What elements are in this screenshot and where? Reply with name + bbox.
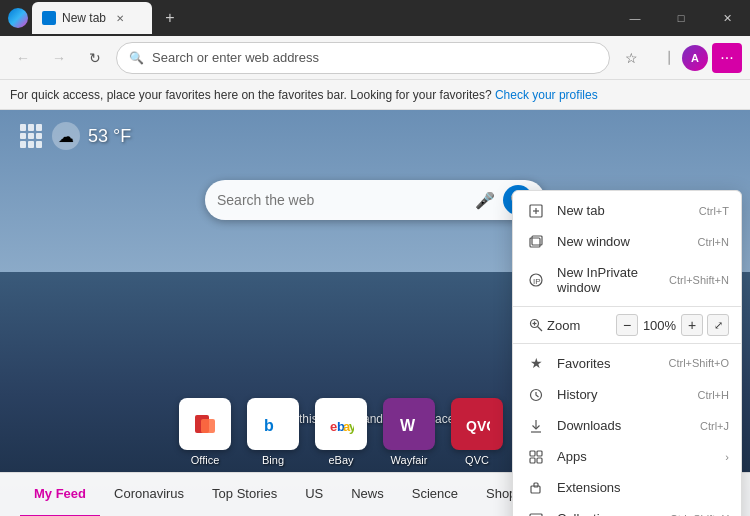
refresh-button[interactable]: ↻ bbox=[80, 43, 110, 73]
wayfair-label: Wayfair bbox=[391, 454, 428, 466]
news-tab-us[interactable]: US bbox=[291, 473, 337, 517]
ebay-label: eBay bbox=[328, 454, 353, 466]
check-profiles-link[interactable]: Check your profiles bbox=[495, 88, 598, 102]
title-bar: New tab ✕ + — □ ✕ bbox=[0, 0, 750, 36]
address-input[interactable]: 🔍 Search or enter web address bbox=[116, 42, 610, 74]
collections-shortcut: Ctrl+Shift+Y bbox=[670, 513, 729, 517]
forward-button[interactable]: → bbox=[44, 43, 74, 73]
svg-rect-24 bbox=[530, 451, 535, 456]
zoom-label: Zoom bbox=[547, 318, 616, 333]
toolbar-icons: ☆ ⎹ A ··· bbox=[616, 43, 742, 73]
new-inprivate-label: New InPrivate window bbox=[557, 265, 661, 295]
zoom-plus-button[interactable]: + bbox=[681, 314, 703, 336]
zoom-icon bbox=[525, 318, 547, 332]
history-label: History bbox=[557, 387, 690, 402]
news-tab-news[interactable]: News bbox=[337, 473, 398, 517]
ebay-icon: e b a y bbox=[315, 398, 367, 450]
tab-close-button[interactable]: ✕ bbox=[112, 10, 128, 26]
menu-item-history[interactable]: History Ctrl+H bbox=[513, 379, 741, 410]
news-tab-top-stories[interactable]: Top Stories bbox=[198, 473, 291, 517]
zoom-expand-button[interactable]: ⤢ bbox=[707, 314, 729, 336]
new-inprivate-shortcut: Ctrl+Shift+N bbox=[669, 274, 729, 286]
collections-menu-icon bbox=[525, 512, 547, 517]
quick-link-ebay[interactable]: e b a y eBay bbox=[315, 398, 367, 466]
svg-text:IP: IP bbox=[533, 277, 541, 286]
menu-item-new-window[interactable]: New window Ctrl+N bbox=[513, 226, 741, 257]
quick-link-qvc[interactable]: QVC QVC bbox=[451, 398, 503, 466]
search-bar[interactable]: 🎤 🔍 bbox=[205, 180, 545, 220]
weather-icon: ☁ bbox=[52, 122, 80, 150]
new-tab-icon bbox=[525, 204, 547, 218]
downloads-label: Downloads bbox=[557, 418, 692, 433]
favorites-bar-text: For quick access, place your favorites h… bbox=[10, 88, 492, 102]
search-bar-container: 🎤 🔍 bbox=[205, 180, 545, 220]
tab-favicon bbox=[42, 11, 56, 25]
apps-label: Apps bbox=[557, 449, 725, 464]
menu-item-collections[interactable]: Collections Ctrl+Shift+Y bbox=[513, 503, 741, 516]
dropdown-menu: New tab Ctrl+T New window Ctrl+N IP New … bbox=[512, 190, 742, 516]
search-input[interactable] bbox=[217, 192, 467, 208]
svg-rect-26 bbox=[530, 458, 535, 463]
window-controls: — □ ✕ bbox=[612, 0, 750, 36]
news-tab-science[interactable]: Science bbox=[398, 473, 472, 517]
favorites-menu-icon: ★ bbox=[525, 355, 547, 371]
settings-menu-button[interactable]: ··· bbox=[712, 43, 742, 73]
new-tab-label: New tab bbox=[557, 203, 691, 218]
quick-link-office[interactable]: Office bbox=[179, 398, 231, 466]
quick-link-bing[interactable]: b Bing bbox=[247, 398, 299, 466]
close-button[interactable]: ✕ bbox=[704, 0, 750, 36]
new-window-icon bbox=[525, 235, 547, 249]
search-icon: 🔍 bbox=[129, 51, 144, 65]
weather-temperature: 53 °F bbox=[88, 126, 131, 147]
collections-icon[interactable]: ⎹ bbox=[648, 43, 678, 73]
downloads-shortcut: Ctrl+J bbox=[700, 420, 729, 432]
favorites-shortcut: Ctrl+Shift+O bbox=[668, 357, 729, 369]
quick-link-wayfair[interactable]: W Wayfair bbox=[383, 398, 435, 466]
menu-item-downloads[interactable]: Downloads Ctrl+J bbox=[513, 410, 741, 441]
office-label: Office bbox=[191, 454, 220, 466]
zoom-minus-button[interactable]: − bbox=[616, 314, 638, 336]
wayfair-icon: W bbox=[383, 398, 435, 450]
svg-line-18 bbox=[538, 327, 543, 332]
svg-text:y: y bbox=[349, 419, 354, 434]
profile-button[interactable]: A bbox=[680, 43, 710, 73]
bing-icon: b bbox=[247, 398, 299, 450]
favorites-icon[interactable]: ☆ bbox=[616, 43, 646, 73]
news-tab-my-feed[interactable]: My Feed bbox=[20, 473, 100, 517]
menu-item-apps[interactable]: Apps › bbox=[513, 441, 741, 472]
news-tab-coronavirus[interactable]: Coronavirus bbox=[100, 473, 198, 517]
menu-item-extensions[interactable]: Extensions bbox=[513, 472, 741, 503]
inprivate-icon: IP bbox=[525, 273, 547, 287]
history-shortcut: Ctrl+H bbox=[698, 389, 729, 401]
microphone-icon[interactable]: 🎤 bbox=[475, 191, 495, 210]
menu-item-new-tab[interactable]: New tab Ctrl+T bbox=[513, 195, 741, 226]
maximize-button[interactable]: □ bbox=[658, 0, 704, 36]
menu-item-new-inprivate[interactable]: IP New InPrivate window Ctrl+Shift+N bbox=[513, 257, 741, 303]
favorites-bar: For quick access, place your favorites h… bbox=[0, 80, 750, 110]
collections-label: Collections bbox=[557, 511, 662, 516]
qvc-icon: QVC bbox=[451, 398, 503, 450]
svg-rect-27 bbox=[537, 458, 542, 463]
minimize-button[interactable]: — bbox=[612, 0, 658, 36]
active-tab[interactable]: New tab ✕ bbox=[32, 2, 152, 34]
main-content: ☁ 53 °F 🎤 🔍 In this ancient and storied … bbox=[0, 110, 750, 516]
downloads-icon bbox=[525, 419, 547, 433]
zoom-row: Zoom − 100% + ⤢ bbox=[513, 310, 741, 340]
browser-logo bbox=[8, 8, 28, 28]
svg-rect-1 bbox=[201, 419, 215, 433]
new-window-label: New window bbox=[557, 234, 690, 249]
history-icon bbox=[525, 388, 547, 402]
favorites-label: Favorites bbox=[557, 356, 660, 371]
apps-grid-button[interactable] bbox=[20, 124, 44, 148]
office-icon bbox=[179, 398, 231, 450]
bing-label: Bing bbox=[262, 454, 284, 466]
divider-1 bbox=[513, 306, 741, 307]
zoom-controls: − 100% + ⤢ bbox=[616, 314, 729, 336]
new-tab-button[interactable]: + bbox=[156, 4, 184, 32]
svg-text:QVC: QVC bbox=[466, 418, 490, 434]
menu-item-favorites[interactable]: ★ Favorites Ctrl+Shift+O bbox=[513, 347, 741, 379]
address-bar: ← → ↻ 🔍 Search or enter web address ☆ ⎹ … bbox=[0, 36, 750, 80]
svg-text:b: b bbox=[264, 417, 274, 434]
back-button[interactable]: ← bbox=[8, 43, 38, 73]
address-text: Search or enter web address bbox=[152, 50, 597, 65]
